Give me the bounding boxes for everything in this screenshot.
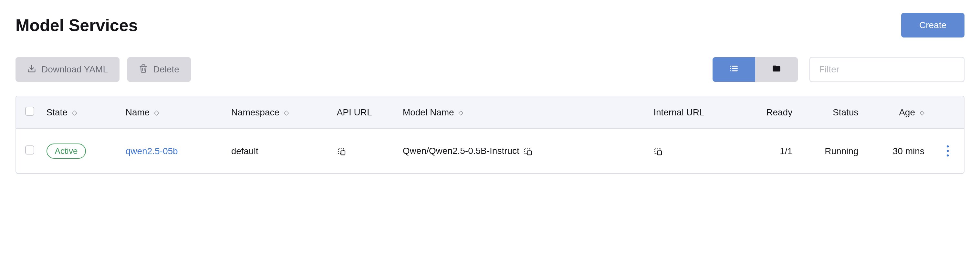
filter-input[interactable]	[810, 57, 964, 82]
trash-icon	[139, 64, 148, 75]
model-service-name-link[interactable]: qwen2.5-05b	[126, 146, 178, 156]
sort-icon: ◇	[458, 109, 463, 116]
column-header-api-url[interactable]: API URL	[331, 96, 396, 129]
column-header-state-label: State	[46, 107, 67, 117]
delete-label: Delete	[153, 64, 179, 75]
svg-point-5	[730, 68, 731, 69]
folder-icon	[772, 64, 781, 75]
table-header-row: State ◇ Name ◇ Namespace ◇ API URL	[16, 96, 964, 129]
column-header-name[interactable]: Name ◇	[119, 96, 225, 129]
column-header-api-url-label: API URL	[337, 107, 372, 117]
table-row: Active qwen2.5-05b default	[16, 129, 964, 173]
column-header-status[interactable]: Status	[799, 96, 865, 129]
column-header-namespace[interactable]: Namespace ◇	[225, 96, 331, 129]
copy-internal-url-icon[interactable]	[654, 146, 663, 156]
svg-rect-10	[527, 150, 531, 155]
svg-rect-8	[341, 150, 345, 155]
column-header-status-label: Status	[833, 107, 858, 117]
download-yaml-label: Download YAML	[41, 64, 108, 75]
row-checkbox[interactable]	[25, 146, 34, 155]
delete-button[interactable]: Delete	[127, 57, 191, 82]
row-actions-menu-button[interactable]	[942, 143, 953, 159]
folder-view-button[interactable]	[755, 57, 798, 82]
column-header-name-label: Name	[126, 107, 150, 117]
model-name-value: Qwen/Qwen2.5-0.5B-Instruct	[403, 146, 519, 156]
column-header-model-name[interactable]: Model Name ◇	[396, 96, 647, 129]
age-value: 30 mins	[893, 146, 924, 156]
column-header-age-label: Age	[899, 107, 915, 117]
list-icon	[729, 64, 738, 75]
sort-icon: ◇	[72, 109, 77, 116]
column-header-ready[interactable]: Ready	[739, 96, 799, 129]
status-value: Running	[825, 146, 858, 156]
ready-value: 1/1	[780, 146, 792, 156]
column-header-internal-url-label: Internal URL	[654, 107, 704, 117]
column-header-age[interactable]: Age ◇	[865, 96, 931, 129]
page-title: Model Services	[16, 16, 138, 35]
svg-point-13	[947, 146, 949, 147]
status-badge: Active	[46, 144, 86, 159]
svg-point-6	[730, 70, 731, 71]
copy-api-url-icon[interactable]	[337, 146, 347, 156]
download-icon	[27, 64, 36, 75]
list-view-button[interactable]	[713, 57, 755, 82]
download-yaml-button[interactable]: Download YAML	[16, 57, 119, 82]
svg-point-14	[947, 150, 949, 152]
create-button[interactable]: Create	[901, 13, 964, 37]
svg-point-15	[947, 155, 949, 157]
sort-icon: ◇	[284, 109, 289, 116]
column-header-state[interactable]: State ◇	[40, 96, 119, 129]
svg-rect-12	[658, 150, 662, 155]
column-header-internal-url[interactable]: Internal URL	[647, 96, 739, 129]
svg-point-4	[730, 66, 731, 67]
column-header-ready-label: Ready	[766, 107, 792, 117]
sort-icon: ◇	[154, 109, 159, 116]
copy-model-name-icon[interactable]	[523, 146, 533, 157]
column-header-model-name-label: Model Name	[403, 107, 454, 117]
select-all-checkbox[interactable]	[25, 107, 34, 116]
view-toggle	[713, 57, 798, 82]
column-header-namespace-label: Namespace	[231, 107, 279, 117]
namespace-value: default	[231, 146, 258, 156]
model-services-table: State ◇ Name ◇ Namespace ◇ API URL	[16, 96, 964, 174]
sort-icon: ◇	[920, 109, 924, 116]
